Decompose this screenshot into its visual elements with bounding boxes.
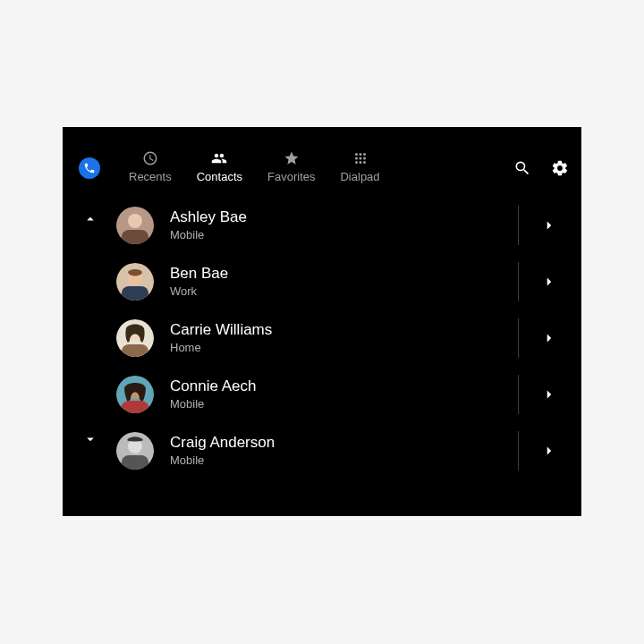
contact-disclose-button[interactable] xyxy=(528,197,571,253)
contact-label: Work xyxy=(170,284,509,298)
contact-row[interactable]: Ashley Bae Mobile xyxy=(116,197,571,253)
avatar xyxy=(116,263,154,301)
contact-disclose-button[interactable] xyxy=(528,253,571,309)
contact-name: Connie Aech xyxy=(170,377,509,395)
avatar xyxy=(116,432,154,470)
tab-favorites[interactable]: Favorites xyxy=(255,150,327,183)
tab-label: Favorites xyxy=(267,170,315,183)
row-separator xyxy=(518,206,519,245)
contact-info: Connie Aech Mobile xyxy=(170,377,509,411)
svg-rect-20 xyxy=(122,344,148,357)
chevron-right-icon xyxy=(541,274,557,290)
svg-rect-16 xyxy=(122,286,148,301)
svg-point-1 xyxy=(359,153,361,156)
contact-name: Ashley Bae xyxy=(170,208,509,226)
scroll-down-button[interactable] xyxy=(82,431,98,447)
contact-row[interactable]: Ben Bae Work xyxy=(116,253,571,309)
dialpad-icon xyxy=(352,150,369,166)
settings-button[interactable] xyxy=(549,157,571,179)
chevron-down-icon xyxy=(82,431,98,447)
chevron-right-icon xyxy=(541,217,557,233)
tab-bar: Recents Contacts Favorites xyxy=(116,127,393,183)
tab-contacts[interactable]: Contacts xyxy=(184,150,255,183)
row-separator xyxy=(518,262,519,301)
row-separator xyxy=(518,431,519,470)
svg-point-4 xyxy=(359,157,361,160)
phone-app-window: Recents Contacts Favorites xyxy=(63,127,581,516)
svg-point-8 xyxy=(363,161,366,164)
chevron-right-icon xyxy=(541,330,557,346)
contact-row[interactable]: Carrie Williams Home xyxy=(116,309,571,366)
phone-app-icon[interactable] xyxy=(79,157,100,179)
top-bar: Recents Contacts Favorites xyxy=(63,127,581,191)
people-icon xyxy=(211,150,227,166)
svg-rect-24 xyxy=(121,401,149,413)
scroll-up-button[interactable] xyxy=(82,211,98,227)
tab-label: Contacts xyxy=(197,170,242,183)
chevron-right-icon xyxy=(541,386,557,402)
phone-icon xyxy=(83,162,96,174)
clock-icon xyxy=(142,150,158,166)
svg-point-3 xyxy=(355,157,358,160)
tab-label: Recents xyxy=(129,170,172,183)
contact-disclose-button[interactable] xyxy=(528,366,571,422)
contact-row[interactable]: Connie Aech Mobile xyxy=(116,366,571,422)
content-area: Ashley Bae Mobile Ben Bae Work xyxy=(63,191,581,516)
tab-label: Dialpad xyxy=(340,170,379,183)
contact-info: Ashley Bae Mobile xyxy=(170,208,509,242)
svg-rect-12 xyxy=(122,230,148,244)
svg-point-0 xyxy=(355,153,358,156)
contact-label: Home xyxy=(170,341,509,354)
app-icon-container xyxy=(63,127,116,179)
contact-name: Carrie Williams xyxy=(170,321,509,339)
contact-name: Ben Bae xyxy=(170,265,509,283)
contact-info: Carrie Williams Home xyxy=(170,321,509,354)
avatar xyxy=(116,319,154,357)
chevron-up-icon xyxy=(82,211,98,227)
contact-disclose-button[interactable] xyxy=(528,309,571,366)
contact-disclose-button[interactable] xyxy=(528,422,571,479)
avatar xyxy=(116,376,154,413)
contact-label: Mobile xyxy=(170,228,509,242)
star-icon xyxy=(284,150,300,166)
svg-point-11 xyxy=(128,214,142,228)
search-button[interactable] xyxy=(512,157,533,179)
svg-point-5 xyxy=(363,157,366,160)
tab-recents[interactable]: Recents xyxy=(116,150,184,183)
row-separator xyxy=(518,318,519,358)
svg-point-2 xyxy=(363,153,366,156)
svg-point-7 xyxy=(359,161,361,164)
contact-label: Mobile xyxy=(170,453,509,467)
contact-name: Craig Anderson xyxy=(170,434,509,452)
contact-row[interactable]: Craig Anderson Mobile xyxy=(116,422,571,479)
contact-label: Mobile xyxy=(170,397,509,411)
chevron-right-icon xyxy=(541,443,557,459)
search-icon xyxy=(513,159,531,177)
gear-icon xyxy=(551,159,569,177)
tab-dialpad[interactable]: Dialpad xyxy=(327,150,392,183)
contact-info: Ben Bae Work xyxy=(170,265,509,298)
svg-rect-28 xyxy=(122,455,148,470)
action-icons xyxy=(512,157,571,179)
contacts-list: Ashley Bae Mobile Ben Bae Work xyxy=(116,197,571,479)
row-separator xyxy=(518,375,519,414)
contact-info: Craig Anderson Mobile xyxy=(170,434,509,467)
avatar xyxy=(116,207,154,244)
svg-point-6 xyxy=(355,161,358,164)
